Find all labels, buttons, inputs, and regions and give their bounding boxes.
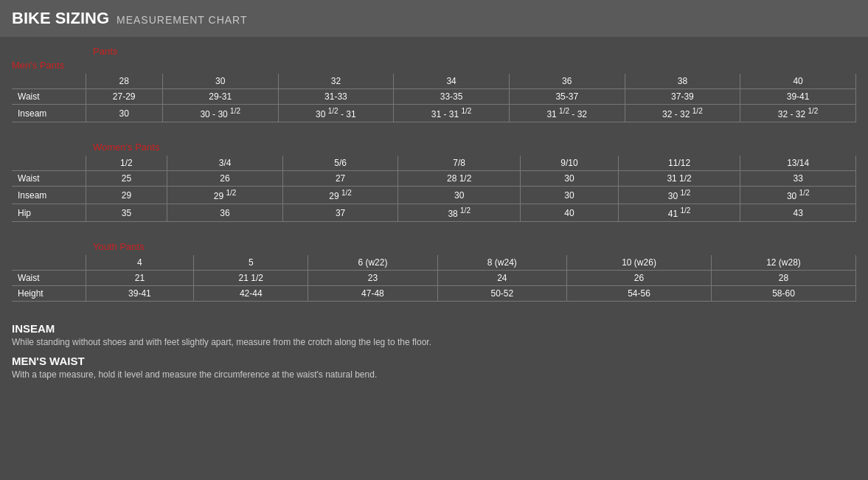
- height-label: Height: [12, 286, 86, 302]
- measurements-section: INSEAM While standing without shoes and …: [12, 316, 856, 380]
- womens-inseam-1112: 30 1/2: [618, 187, 740, 204]
- inseam-heading: INSEAM: [12, 322, 856, 335]
- womens-pants-size-row: 1/2 3/4 5/6 7/8 9/10 11/12 13/14: [12, 156, 856, 171]
- womens-waist-910: 30: [521, 171, 619, 187]
- mens-waist-40: 39-41: [740, 89, 856, 105]
- womens-size-56: 5/6: [282, 156, 398, 171]
- mens-waist-row: Waist 27-29 29-31 31-33 33-35 35-37 37-3…: [12, 89, 856, 105]
- womens-hip-1314: 43: [740, 204, 856, 222]
- womens-hip-910: 40: [521, 204, 619, 222]
- youth-waist-6: 23: [308, 271, 437, 286]
- mens-size-40: 40: [740, 74, 856, 89]
- youth-waist-5: 21 1/2: [194, 271, 308, 286]
- youth-pants-label: Youth Pants: [93, 241, 856, 252]
- mens-waist-32: 31-33: [278, 89, 394, 105]
- youth-height-row: Height 39-41 42-44 47-48 50-52 54-56 58-…: [12, 286, 856, 302]
- mens-inseam-30: 30 - 30 1/2: [162, 105, 278, 122]
- womens-waist-34: 26: [167, 171, 283, 187]
- womens-inseam-56: 29 1/2: [282, 187, 398, 204]
- womens-inseam-910: 30: [521, 187, 619, 204]
- womens-pants-table: 1/2 3/4 5/6 7/8 9/10 11/12 13/14 Waist 2…: [12, 156, 856, 222]
- womens-inseam-12: 29: [86, 187, 167, 204]
- womens-inseam-label: Inseam: [12, 187, 86, 204]
- hip-label: Hip: [12, 204, 86, 222]
- youth-size-10: 10 (w26): [567, 255, 712, 271]
- womens-waist-12: 25: [86, 171, 167, 187]
- page-header: BIKE SIZING MEASUREMENT CHART: [0, 0, 868, 37]
- mens-waist-heading: MEN'S WAIST: [12, 355, 856, 367]
- mens-size-38: 38: [625, 74, 740, 89]
- womens-hip-56: 37: [282, 204, 398, 222]
- womens-size-1314: 13/14: [740, 156, 856, 171]
- youth-waist-8: 24: [437, 271, 566, 286]
- youth-size-12: 12 (w28): [712, 255, 856, 271]
- womens-size-910: 9/10: [521, 156, 619, 171]
- mens-waist-38: 37-39: [625, 89, 740, 105]
- mens-pants-size-row: 28 30 32 34 36 38 40: [12, 74, 856, 89]
- mens-size-28: 28: [86, 74, 162, 89]
- mens-size-36: 36: [509, 74, 625, 89]
- mens-inseam-38: 32 - 32 1/2: [625, 105, 740, 122]
- womens-waist-1112: 31 1/2: [618, 171, 740, 187]
- mens-pants-table: 28 30 32 34 36 38 40 Waist 27-29 29-31 3…: [12, 74, 856, 122]
- mens-pants-label: Men's Pants: [12, 60, 856, 71]
- youth-height-4: 39-41: [86, 286, 194, 302]
- mens-inseam-40: 32 - 32 1/2: [740, 105, 856, 122]
- womens-waist-56: 27: [282, 171, 398, 187]
- mens-waist-30: 29-31: [162, 89, 278, 105]
- mens-waist-34: 33-35: [394, 89, 510, 105]
- youth-size-4: 4: [86, 255, 194, 271]
- page-title: BIKE SIZING: [12, 9, 109, 28]
- mens-size-30: 30: [162, 74, 278, 89]
- womens-hip-12: 35: [86, 204, 167, 222]
- youth-height-5: 42-44: [194, 286, 308, 302]
- womens-size-12: 1/2: [86, 156, 167, 171]
- womens-inseam-34: 29 1/2: [167, 187, 283, 204]
- womens-waist-78: 28 1/2: [398, 171, 521, 187]
- inseam-label: Inseam: [12, 105, 86, 122]
- womens-hip-1112: 41 1/2: [618, 204, 740, 222]
- mens-inseam-34: 31 - 31 1/2: [394, 105, 510, 122]
- mens-waist-28: 27-29: [86, 89, 162, 105]
- page-subtitle: MEASUREMENT CHART: [117, 14, 248, 26]
- womens-inseam-row: Inseam 29 29 1/2 29 1/2 30 30 30 1/2 30 …: [12, 187, 856, 204]
- main-content: Pants Men's Pants 28 30 32 34 36 38 40 W…: [0, 37, 868, 396]
- youth-pants-table: 4 5 6 (w22) 8 (w24) 10 (w26) 12 (w28) Wa…: [12, 255, 856, 302]
- mens-size-32: 32: [278, 74, 394, 89]
- womens-waist-1314: 33: [740, 171, 856, 187]
- womens-waist-row: Waist 25 26 27 28 1/2 30 31 1/2 33: [12, 171, 856, 187]
- womens-inseam-78: 30: [398, 187, 521, 204]
- youth-height-10: 54-56: [567, 286, 712, 302]
- empty-cell-y: [12, 255, 86, 271]
- pants-label: Pants: [93, 46, 856, 57]
- mens-inseam-36: 31 1/2 - 32: [509, 105, 625, 122]
- youth-waist-label: Waist: [12, 271, 86, 286]
- mens-size-34: 34: [394, 74, 510, 89]
- womens-hip-34: 36: [167, 204, 283, 222]
- womens-inseam-1314: 30 1/2: [740, 187, 856, 204]
- womens-hip-78: 38 1/2: [398, 204, 521, 222]
- womens-size-78: 7/8: [398, 156, 521, 171]
- mens-inseam-row: Inseam 30 30 - 30 1/2 30 1/2 - 31 31 - 3…: [12, 105, 856, 122]
- youth-pants-size-row: 4 5 6 (w22) 8 (w24) 10 (w26) 12 (w28): [12, 255, 856, 271]
- youth-size-5: 5: [194, 255, 308, 271]
- empty-cell-w: [12, 156, 86, 171]
- youth-size-6: 6 (w22): [308, 255, 437, 271]
- youth-waist-10: 26: [567, 271, 712, 286]
- youth-height-8: 50-52: [437, 286, 566, 302]
- womens-waist-label: Waist: [12, 171, 86, 187]
- inseam-desc: While standing without shoes and with fe…: [12, 337, 856, 347]
- youth-waist-4: 21: [86, 271, 194, 286]
- mens-waist-desc: With a tape measure, hold it level and m…: [12, 369, 856, 380]
- youth-waist-12: 28: [712, 271, 856, 286]
- waist-label: Waist: [12, 89, 86, 105]
- mens-waist-36: 35-37: [509, 89, 625, 105]
- womens-hip-row: Hip 35 36 37 38 1/2 40 41 1/2 43: [12, 204, 856, 222]
- youth-height-6: 47-48: [308, 286, 437, 302]
- mens-inseam-32: 30 1/2 - 31: [278, 105, 394, 122]
- youth-size-8: 8 (w24): [437, 255, 566, 271]
- youth-height-12: 58-60: [712, 286, 856, 302]
- womens-size-34: 3/4: [167, 156, 283, 171]
- mens-inseam-28: 30: [86, 105, 162, 122]
- womens-size-1112: 11/12: [618, 156, 740, 171]
